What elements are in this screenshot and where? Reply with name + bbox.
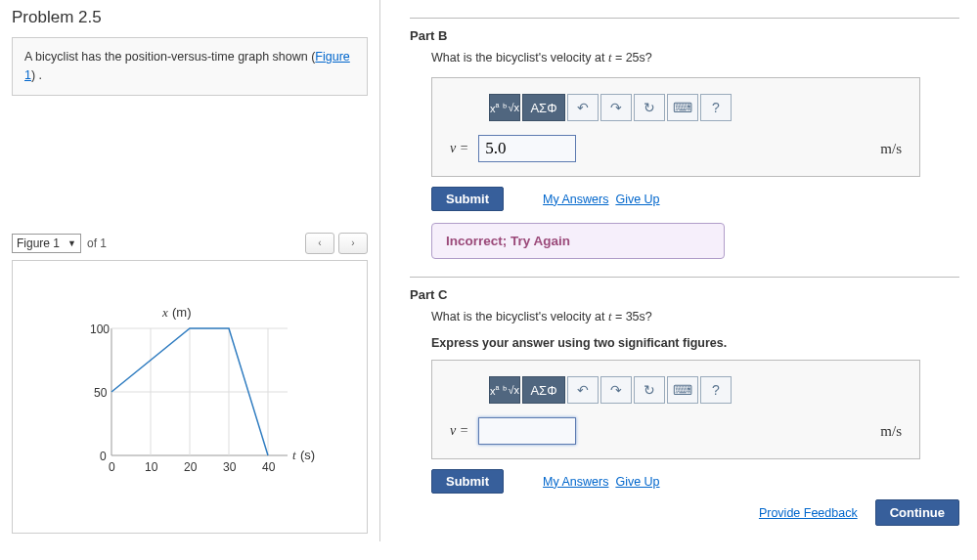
part-b-give-up-link[interactable]: Give Up xyxy=(615,193,659,206)
templates-button[interactable]: xa ᵇ√x xyxy=(489,376,520,404)
part-b-submit-button[interactable]: Submit xyxy=(431,187,504,211)
part-b-title: Part B xyxy=(410,28,959,43)
undo-button[interactable]: ↶ xyxy=(567,94,599,121)
svg-text:30: 30 xyxy=(223,460,237,474)
templates-button[interactable]: xa ᵇ√x xyxy=(489,94,520,121)
svg-text:100: 100 xyxy=(90,323,110,336)
svg-text:20: 20 xyxy=(184,460,198,474)
part-b-unit: m/s xyxy=(880,141,902,157)
problem-text-post: ) . xyxy=(31,68,42,82)
problem-description: A bicyclist has the position-versus-time… xyxy=(12,37,368,96)
svg-text:x: x xyxy=(161,305,168,320)
provide-feedback-link[interactable]: Provide Feedback xyxy=(759,506,858,520)
part-b-feedback: Incorrect; Try Again xyxy=(431,223,725,259)
part-c-hint: Express your answer using two significan… xyxy=(431,336,959,350)
part-c-question: What is the bicyclist's velocity at t = … xyxy=(431,310,959,324)
part-c-submit-row: Submit My Answers Give Up xyxy=(431,469,959,494)
divider xyxy=(410,18,959,19)
figure-next-button[interactable]: › xyxy=(338,233,368,254)
help-button[interactable]: ? xyxy=(700,376,732,404)
position-time-graph: x (m) 100 50 0 0 10 20 30 40 t (s) xyxy=(43,299,336,495)
part-b-input[interactable] xyxy=(478,135,576,162)
redo-button[interactable]: ↷ xyxy=(600,94,632,121)
figure-dropdown-value: Figure 1 xyxy=(17,237,60,250)
part-c-answer-frame: xa ᵇ√x ΑΣΦ ↶ ↷ ↻ ⌨ ? v = m/s xyxy=(431,360,920,459)
toolbar: xa ᵇ√x ΑΣΦ ↶ ↷ ↻ ⌨ ? xyxy=(489,94,902,121)
figure-container: x (m) 100 50 0 0 10 20 30 40 t (s) xyxy=(12,260,368,534)
part-b-submit-row: Submit My Answers Give Up xyxy=(431,187,959,211)
keyboard-button[interactable]: ⌨ xyxy=(667,94,698,121)
part-c-give-up-link[interactable]: Give Up xyxy=(615,475,659,489)
part-b-var-label: v = xyxy=(450,141,468,156)
part-c-title: Part C xyxy=(410,287,959,302)
svg-text:10: 10 xyxy=(145,460,158,474)
part-b-my-answers-link[interactable]: My Answers xyxy=(543,193,608,206)
svg-text:t: t xyxy=(292,448,296,462)
part-c-answer-row: v = m/s xyxy=(450,417,902,445)
figure-dropdown[interactable]: Figure 1 xyxy=(12,234,81,253)
problem-title: Problem 2.5 xyxy=(12,8,368,27)
reset-button[interactable]: ↻ xyxy=(634,94,665,121)
part-c-submit-button[interactable]: Submit xyxy=(431,469,504,494)
reset-button[interactable]: ↻ xyxy=(634,376,665,404)
figure-prev-button[interactable]: ‹ xyxy=(305,233,334,254)
figure-of-label: of 1 xyxy=(87,237,107,250)
part-b-answer-row: v = m/s xyxy=(450,135,902,162)
greek-button[interactable]: ΑΣΦ xyxy=(522,94,565,121)
toolbar: xa ᵇ√x ΑΣΦ ↶ ↷ ↻ ⌨ ? xyxy=(489,376,902,404)
part-c-input[interactable] xyxy=(478,417,576,445)
part-c-var-label: v = xyxy=(450,423,468,439)
footer-row: Provide Feedback Continue xyxy=(410,499,959,526)
help-button[interactable]: ? xyxy=(700,94,732,121)
svg-text:0: 0 xyxy=(109,460,115,474)
greek-button[interactable]: ΑΣΦ xyxy=(522,376,565,404)
left-panel: Problem 2.5 A bicyclist has the position… xyxy=(0,0,380,541)
part-b-answer-frame: xa ᵇ√x ΑΣΦ ↶ ↷ ↻ ⌨ ? v = m/s xyxy=(431,77,920,177)
right-panel: Part B What is the bicyclist's velocity … xyxy=(380,0,977,541)
part-c-unit: m/s xyxy=(880,423,902,440)
divider xyxy=(410,277,959,278)
continue-button[interactable]: Continue xyxy=(875,499,959,526)
figure-selector-row: Figure 1 of 1 ‹ › xyxy=(12,233,368,254)
redo-button[interactable]: ↷ xyxy=(600,376,632,404)
keyboard-button[interactable]: ⌨ xyxy=(667,376,698,404)
problem-text-pre: A bicyclist has the position-versus-time… xyxy=(24,50,315,64)
svg-text:50: 50 xyxy=(94,386,108,400)
part-b-question: What is the bicyclist's velocity at t = … xyxy=(431,51,959,65)
svg-text:0: 0 xyxy=(100,450,107,463)
undo-button[interactable]: ↶ xyxy=(567,376,599,404)
part-c-my-answers-link[interactable]: My Answers xyxy=(543,475,608,489)
svg-text:(m): (m) xyxy=(172,305,192,320)
svg-text:40: 40 xyxy=(262,460,276,474)
svg-text:(s): (s) xyxy=(300,448,315,462)
